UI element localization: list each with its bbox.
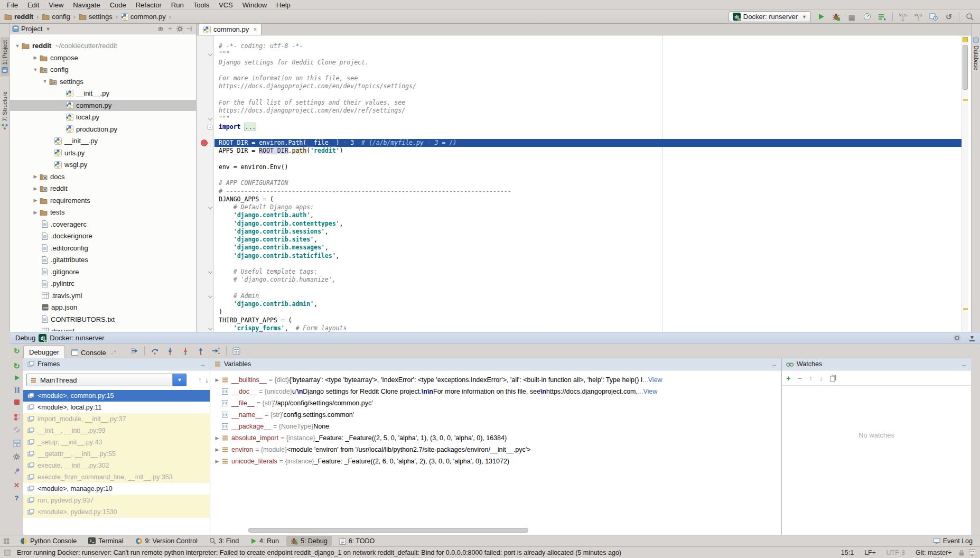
breadcrumb-common.py[interactable]: common.py bbox=[120, 13, 167, 21]
step-over-button[interactable] bbox=[150, 346, 160, 356]
expand-icon[interactable]: ▶ bbox=[213, 377, 221, 383]
fold-marker-icon[interactable] bbox=[208, 52, 212, 56]
variable-row-__doc__[interactable]: __doc__= {unicode} u'\nDjango settings f… bbox=[210, 386, 781, 397]
tree-item-local.py[interactable]: local.py bbox=[10, 111, 196, 123]
mute-breakpoints-button[interactable] bbox=[12, 425, 21, 434]
tree-item-tests[interactable]: ▶tests bbox=[10, 207, 196, 218]
profiler-button[interactable] bbox=[862, 12, 872, 22]
tree-item-.editorconfig[interactable]: .editorconfig bbox=[10, 243, 196, 254]
tree-item-settings[interactable]: ▼settings bbox=[10, 76, 196, 87]
tree-item-app.json[interactable]: JSONapp.json bbox=[10, 302, 196, 313]
rerun-button[interactable]: ↻ bbox=[12, 361, 21, 370]
frame-row[interactable]: execute_from_command_line, __init__.py:3… bbox=[23, 471, 210, 483]
variable-row-absolute_import[interactable]: ▶absolute_import= {instance} _Feature: _… bbox=[210, 432, 781, 444]
code-line[interactable]: 'django.contrib.sessions', bbox=[214, 228, 962, 236]
code-line[interactable]: APPS_DIR = ROOT_DIR.path('reddit') bbox=[214, 147, 962, 155]
rerun-icon[interactable]: ↻ bbox=[12, 347, 21, 356]
step-into-button[interactable] bbox=[165, 346, 175, 356]
frame-row[interactable]: __init__, __init__.py:99 bbox=[23, 425, 210, 436]
tree-item-__init__.py[interactable]: __init__.py bbox=[10, 88, 196, 99]
show-execution-point-button[interactable] bbox=[129, 346, 139, 356]
code-line[interactable] bbox=[214, 91, 962, 99]
editor-tab-common-py[interactable]: common.py × bbox=[199, 23, 262, 35]
vcs-update-button[interactable]: VCS↓ bbox=[898, 12, 908, 22]
fold-marker-icon[interactable] bbox=[208, 326, 212, 330]
code-line[interactable] bbox=[214, 171, 962, 179]
tree-item-__init__.py[interactable]: __init__.py bbox=[10, 135, 196, 146]
tool-button-terminal[interactable]: Terminal bbox=[84, 536, 127, 546]
code-line[interactable]: ) bbox=[214, 308, 962, 316]
duplicate-watch-button[interactable] bbox=[830, 375, 837, 382]
restore-layout-button[interactable] bbox=[12, 439, 21, 448]
status-error-message[interactable]: Error running Docker: runserver: Can't r… bbox=[17, 549, 621, 556]
close-button[interactable]: ✕ bbox=[12, 481, 21, 490]
tree-item-urls.py[interactable]: urls.py bbox=[10, 147, 196, 159]
frame-row[interactable]: import_module, __init__.py:37 bbox=[23, 413, 210, 425]
code-line[interactable] bbox=[214, 67, 962, 75]
code-line[interactable]: # Useful template tags: bbox=[214, 268, 962, 276]
code-line[interactable]: # Admin bbox=[214, 292, 962, 300]
step-out-button[interactable] bbox=[195, 346, 206, 356]
locate-icon[interactable]: ⊕ bbox=[156, 25, 165, 33]
code-line[interactable]: https://docs.djangoproject.com/en/dev/re… bbox=[214, 107, 962, 115]
tree-item-.dockerignore[interactable]: .dockerignore bbox=[10, 230, 196, 241]
gear-icon[interactable] bbox=[953, 334, 961, 342]
vcs-changes-button[interactable] bbox=[928, 12, 939, 22]
view-link[interactable]: View bbox=[648, 376, 662, 384]
settings-button[interactable] bbox=[12, 452, 21, 461]
fold-marker-icon[interactable] bbox=[208, 116, 212, 120]
code-line[interactable]: Django settings for Reddit Clone project… bbox=[214, 59, 962, 67]
tree-item-production.py[interactable]: production.py bbox=[10, 124, 196, 135]
pause-button[interactable] bbox=[12, 386, 21, 395]
stop-button[interactable] bbox=[12, 397, 21, 406]
hide-icon[interactable]: → bbox=[771, 361, 777, 367]
vcs-push-button[interactable]: VCS↑ bbox=[913, 12, 923, 22]
frame-down-icon[interactable]: ↓ bbox=[205, 376, 209, 384]
settings-icon[interactable] bbox=[175, 25, 184, 33]
stripe-tab-database[interactable]: Database bbox=[972, 34, 980, 72]
run-button[interactable] bbox=[816, 12, 826, 22]
run-configuration-combo[interactable]: dj Docker: runserver ▼ bbox=[729, 11, 811, 22]
thread-selector[interactable]: MainThread bbox=[26, 374, 173, 386]
code-line[interactable]: # Default Django apps: bbox=[214, 203, 962, 211]
variable-row-__package__[interactable]: __package__= {NoneType} None bbox=[210, 421, 781, 432]
code-line[interactable] bbox=[214, 260, 962, 268]
frame-row[interactable]: <module>, local.py:11 bbox=[23, 402, 210, 413]
status-icon[interactable] bbox=[4, 550, 11, 556]
stripe-tab-structure[interactable]: 7: Structure bbox=[1, 88, 9, 133]
code-line[interactable]: 'django.contrib.messages', bbox=[214, 244, 962, 252]
breakpoint-icon[interactable] bbox=[201, 140, 208, 146]
menu-vcs[interactable]: VCS bbox=[214, 1, 238, 10]
code-line[interactable] bbox=[214, 284, 962, 292]
frame-row[interactable]: execute, __init__.py:302 bbox=[23, 460, 210, 471]
resume-button[interactable] bbox=[12, 373, 21, 382]
tool-button-9-version-control[interactable]: 9: Version Control bbox=[131, 536, 202, 546]
code-line[interactable]: 'django.contrib.sites', bbox=[214, 236, 962, 244]
editor-scrollbar[interactable] bbox=[962, 35, 968, 332]
frame-up-icon[interactable]: ↑ bbox=[198, 376, 202, 384]
frame-row[interactable]: <module>, pydevd.py:1530 bbox=[23, 506, 210, 518]
tree-item-wsgi.py[interactable]: wsgi.py bbox=[10, 159, 196, 170]
encoding-indicator[interactable]: UTF-8 bbox=[883, 549, 908, 556]
menu-file[interactable]: File bbox=[2, 1, 23, 10]
debug-tab-debugger[interactable]: Debugger bbox=[23, 346, 65, 358]
tool-button-3-find[interactable]: 3: Find bbox=[205, 536, 243, 546]
editor-gutter[interactable]: + bbox=[197, 35, 214, 332]
tree-item-.travis.yml[interactable]: .travis.yml bbox=[10, 290, 196, 301]
menu-help[interactable]: Help bbox=[272, 1, 295, 10]
variable-row-unicode_literals[interactable]: ▶unicode_literals= {instance} _Feature: … bbox=[210, 455, 781, 467]
breadcrumb-settings[interactable]: settings bbox=[78, 13, 114, 21]
warning-stripe-mark[interactable] bbox=[963, 308, 968, 310]
line-separator-indicator[interactable]: LF÷ bbox=[861, 549, 879, 556]
tree-item-docs[interactable]: ▶docs bbox=[10, 171, 196, 182]
menu-refactor[interactable]: Refactor bbox=[131, 1, 166, 10]
expand-icon[interactable]: ▶ bbox=[213, 435, 221, 441]
run-to-cursor-button[interactable] bbox=[211, 346, 221, 356]
help-button[interactable]: ? bbox=[12, 494, 21, 503]
project-panel-title[interactable]: Project bbox=[21, 25, 42, 33]
pin-button[interactable] bbox=[12, 466, 21, 475]
code-line[interactable]: 'crispy_forms', # Form layouts bbox=[214, 324, 962, 332]
code-line[interactable]: For more information on this file, see bbox=[214, 75, 962, 82]
running-list-button[interactable] bbox=[877, 12, 888, 22]
expand-icon[interactable]: ▶ bbox=[213, 447, 221, 452]
